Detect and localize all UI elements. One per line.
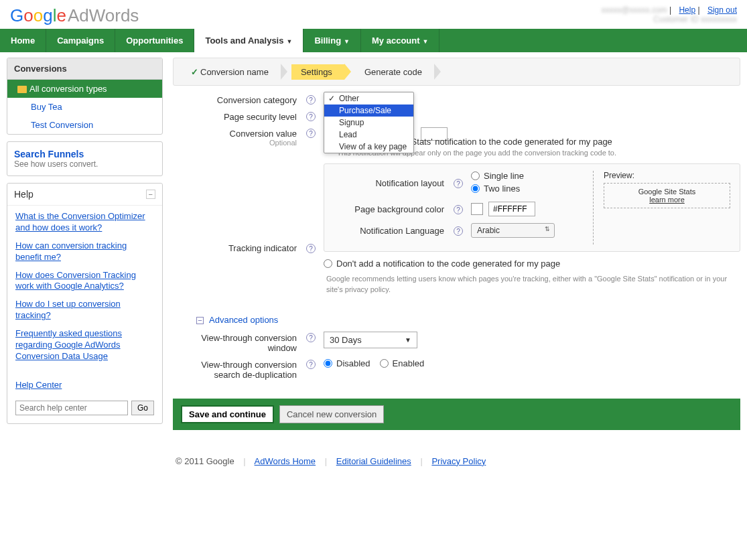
dropdown-option[interactable]: Purchase/Sale: [324, 104, 413, 117]
search-funnels-panel[interactable]: Search Funnels See how users convert.: [7, 141, 163, 176]
chevron-down-icon: ▼: [423, 38, 429, 45]
dropdown-option[interactable]: Other: [324, 92, 413, 104]
preview-learn-more[interactable]: learn more: [611, 196, 723, 204]
preview-box: Preview: Google Site Stats learn more: [593, 171, 730, 244]
conversions-header: Conversions: [7, 58, 162, 80]
copyright: © 2011 Google: [176, 456, 234, 466]
help-icon[interactable]: ?: [306, 333, 316, 342]
dedup-enabled-radio[interactable]: [380, 359, 389, 368]
help-link-item[interactable]: How does Conversion Tracking work with G…: [15, 270, 154, 293]
chevron-right-icon: [281, 64, 287, 80]
tab-campaigns[interactable]: Campaigns: [46, 29, 115, 52]
main-nav: Home Campaigns Opportunities Tools and A…: [0, 29, 747, 52]
chevron-right-icon: [434, 64, 441, 80]
vtc-window-select[interactable]: 30 Days▼: [324, 332, 417, 348]
help-icon[interactable]: ?: [306, 244, 316, 253]
color-swatch[interactable]: [471, 203, 483, 215]
dropdown-option[interactable]: Lead: [324, 129, 413, 141]
two-lines-radio[interactable]: [471, 184, 480, 193]
search-funnels-sub: See how users convert.: [14, 159, 155, 169]
help-icon[interactable]: ?: [306, 129, 316, 138]
chevron-down-icon: ▼: [344, 38, 350, 45]
advanced-options-toggle[interactable]: −Advanced options: [196, 315, 740, 325]
chevron-down-icon: ▼: [286, 38, 292, 45]
signout-link[interactable]: Sign out: [707, 5, 737, 15]
logo: GoogleAdWords: [10, 5, 139, 26]
dropdown-option[interactable]: Signup: [324, 117, 413, 129]
user-email: xxxxx@xxxxx.com: [601, 5, 667, 15]
cancel-button[interactable]: Cancel new conversion: [279, 405, 384, 423]
layout-label: Notification layout: [334, 178, 451, 188]
vtc-window-label: View-through conversion window: [173, 332, 303, 353]
dedup-disabled-label: Disabled: [336, 358, 370, 368]
conversions-panel: Conversions All conversion types Buy Tea…: [7, 58, 163, 135]
wizard-breadcrumb: ✓Conversion name Settings Generate code: [173, 58, 740, 86]
customer-id: Customer ID xxxxxxxxx: [601, 15, 737, 24]
help-link-item[interactable]: How do I set up conversion tracking?: [15, 299, 154, 322]
dedup-label: View-through conversion search de-duplic…: [173, 358, 303, 380]
category-label: Conversion category: [173, 94, 303, 105]
help-icon[interactable]: ?: [454, 226, 463, 236]
tracking-label: Tracking indicator: [173, 242, 303, 253]
help-icon[interactable]: ?: [306, 95, 316, 104]
footer-privacy[interactable]: Privacy Policy: [431, 456, 486, 466]
chevron-right-icon: [344, 64, 351, 80]
collapse-icon[interactable]: −: [146, 190, 155, 199]
action-bar: Save and continue Cancel new conversion: [173, 399, 740, 430]
category-dropdown[interactable]: Other Purchase/Sale Signup Lead View of …: [324, 92, 414, 153]
tab-tools-analysis[interactable]: Tools and Analysis▼: [194, 29, 303, 52]
dedup-enabled-label: Enabled: [393, 358, 425, 368]
bg-color-label: Page background color: [334, 204, 451, 214]
minus-icon: −: [196, 317, 204, 324]
help-icon[interactable]: ?: [306, 360, 316, 369]
help-panel: Help − What is the Conversion Optimizer …: [7, 183, 163, 424]
dropdown-option[interactable]: View of a key page: [324, 141, 413, 153]
tab-opportunities[interactable]: Opportunities: [115, 29, 194, 52]
help-search-input[interactable]: [15, 401, 128, 415]
sidebar-item-all-conversions[interactable]: All conversion types: [7, 80, 162, 98]
sidebar-item-buy-tea[interactable]: Buy Tea: [7, 98, 162, 116]
single-line-radio[interactable]: [471, 171, 480, 180]
tab-my-account[interactable]: My account▼: [361, 29, 439, 52]
bc-step-settings[interactable]: Settings: [291, 64, 344, 80]
help-title: Help: [14, 189, 33, 200]
bc-step-name[interactable]: ✓Conversion name: [182, 64, 281, 80]
footer-adwords-home[interactable]: AdWords Home: [255, 456, 316, 466]
bg-color-input[interactable]: [488, 202, 535, 216]
chevron-down-icon: ▼: [405, 336, 411, 344]
dont-add-radio[interactable]: [324, 259, 332, 268]
help-search-go-button[interactable]: Go: [131, 401, 154, 415]
preview-text: Google Site Stats: [638, 188, 696, 196]
sidebar-item-test-conversion[interactable]: Test Conversion: [7, 116, 162, 134]
preview-label: Preview:: [604, 171, 730, 180]
help-center-link[interactable]: Help Center: [15, 380, 62, 390]
folder-icon: [17, 86, 27, 93]
footer: © 2011 Google | AdWords Home | Editorial…: [176, 436, 747, 480]
help-link-item[interactable]: What is the Conversion Optimizer and how…: [15, 211, 154, 234]
dont-add-note: Google recommends letting users know whi…: [326, 274, 740, 295]
security-label: Page security level: [173, 111, 303, 122]
search-funnels-title: Search Funnels: [14, 149, 155, 159]
help-icon[interactable]: ?: [454, 179, 463, 188]
tab-home[interactable]: Home: [0, 29, 46, 52]
save-continue-button[interactable]: Save and continue: [181, 405, 274, 423]
notification-config-box: Notification layout ? Single line Two li…: [324, 163, 740, 252]
help-link-item[interactable]: Frequently asked questions regarding Goo…: [15, 328, 154, 362]
help-link[interactable]: Help: [679, 5, 695, 15]
help-icon[interactable]: ?: [454, 205, 463, 214]
lang-label: Notification Language: [334, 226, 451, 236]
dont-add-label: Don't add a notification to the code gen…: [336, 259, 560, 269]
help-link-item[interactable]: How can conversion tracking benefit me?: [15, 240, 154, 263]
check-icon: ✓: [191, 67, 198, 77]
bc-step-generate[interactable]: Generate code: [355, 64, 434, 80]
language-select[interactable]: Arabic: [471, 223, 555, 238]
tab-billing[interactable]: Billing▼: [303, 29, 361, 52]
value-label: Conversion valueOptional: [173, 127, 303, 147]
help-icon[interactable]: ?: [306, 112, 316, 121]
footer-editorial[interactable]: Editorial Guidelines: [336, 456, 411, 466]
dedup-disabled-radio[interactable]: [324, 359, 332, 368]
